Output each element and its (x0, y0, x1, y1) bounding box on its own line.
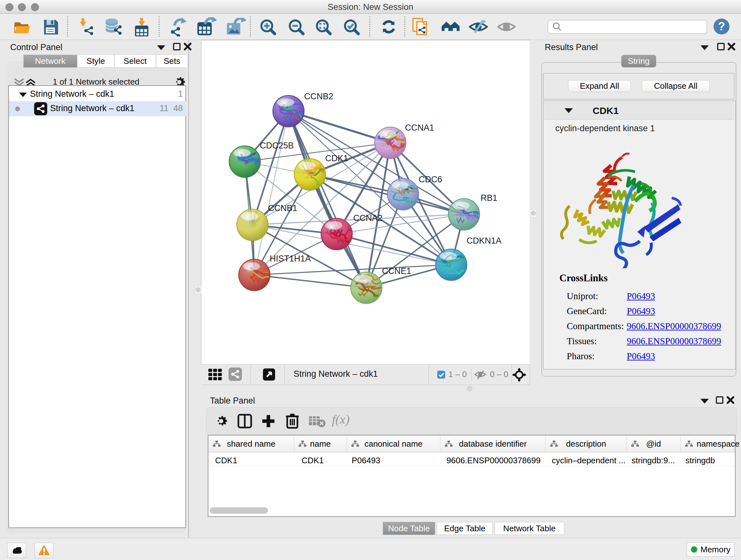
svg-text:CDC25B: CDC25B (260, 141, 294, 150)
svg-text:CDC6: CDC6 (419, 175, 442, 184)
svg-text:CCNB1: CCNB1 (268, 203, 297, 213)
svg-text:RB1: RB1 (481, 193, 497, 203)
svg-text:CCNA2: CCNA2 (353, 213, 383, 223)
svg-text:CCNA1: CCNA1 (405, 123, 434, 132)
svg-text:CCNB2: CCNB2 (304, 91, 333, 101)
svg-text:CCNE1: CCNE1 (382, 266, 411, 276)
svg-text:CDKN1A: CDKN1A (467, 236, 502, 246)
svg-text:HIST1H1A: HIST1H1A (270, 254, 311, 263)
svg-text:CDK1: CDK1 (325, 153, 348, 163)
